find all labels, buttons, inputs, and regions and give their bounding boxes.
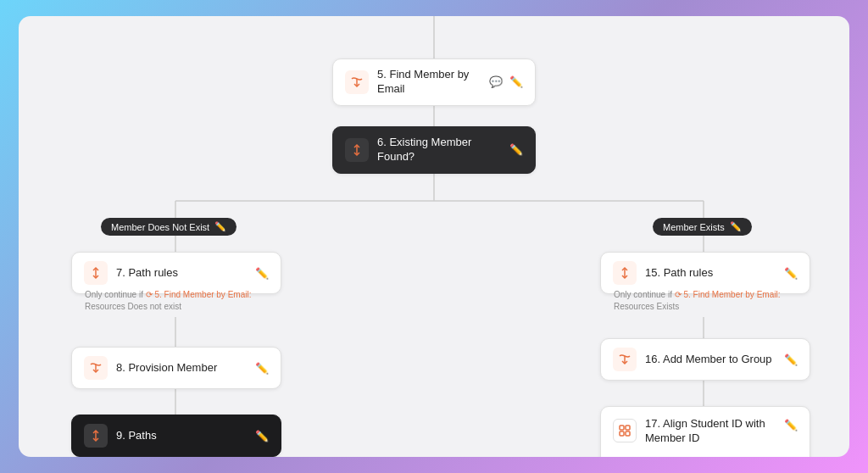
find-member-icon	[345, 70, 369, 94]
edit-icon-dark[interactable]: ✏️	[509, 143, 523, 156]
align-student-node: 17. Align Student ID with Member ID ✏️	[600, 406, 810, 457]
path-rules-7-icon	[84, 261, 108, 285]
edit-align-student[interactable]: ✏️	[784, 419, 798, 431]
find-member-label: 5. Find Member by Email	[377, 68, 481, 97]
align-student-icon	[613, 419, 637, 442]
svg-rect-16	[626, 431, 630, 436]
provision-member-node: 8. Provision Member ✏️	[71, 347, 281, 389]
member-exists-label: Member Exists	[663, 222, 725, 232]
svg-rect-13	[620, 426, 624, 430]
existing-member-actions: ✏️	[509, 143, 523, 156]
find-member-actions: 💬 ✏️	[489, 75, 523, 88]
existing-member-icon	[345, 138, 369, 162]
member-exists-badge: Member Exists ✏️	[653, 218, 752, 236]
edit-path-7[interactable]: ✏️	[255, 267, 269, 280]
edit-add-member[interactable]: ✏️	[784, 353, 798, 366]
edit-icon[interactable]: ✏️	[509, 75, 523, 88]
badge-edit-icon[interactable]: ✏️	[214, 221, 226, 232]
add-member-group-label: 16. Add Member to Group	[645, 353, 776, 367]
path-rules-15-label: 15. Path rules	[645, 266, 776, 281]
path-rules-15-desc: Only continue if ⟳ 5. Find Member by Ema…	[614, 289, 809, 313]
workflow-canvas: 5. Find Member by Email 💬 ✏️ 6. Existing…	[19, 16, 849, 457]
paths-9-icon	[84, 424, 108, 448]
existing-member-node: 6. Existing Member Found? ✏️	[332, 126, 536, 174]
edit-provision[interactable]: ✏️	[255, 362, 269, 375]
badge-edit-icon-2[interactable]: ✏️	[730, 221, 742, 232]
add-member-group-node: 16. Add Member to Group ✏️	[600, 338, 810, 381]
add-member-group-icon	[613, 348, 637, 371]
member-not-exist-badge: Member Does Not Exist ✏️	[101, 218, 236, 236]
path-rules-7-desc: Only continue if ⟳ 5. Find Member by Ema…	[85, 289, 280, 313]
member-not-exist-label: Member Does Not Exist	[111, 222, 209, 232]
paths-9-label: 9. Paths	[116, 429, 247, 443]
provision-member-icon	[84, 356, 108, 380]
paths-9-node: 9. Paths ✏️	[71, 415, 281, 457]
edit-paths-9[interactable]: ✏️	[255, 430, 269, 442]
path-rules-7-node: 7. Path rules ✏️	[71, 252, 281, 294]
path-rules-15-icon	[613, 261, 637, 285]
existing-member-label: 6. Existing Member Found?	[377, 136, 501, 164]
svg-rect-15	[620, 431, 624, 436]
find-member-node: 5. Find Member by Email 💬 ✏️	[332, 58, 536, 106]
path-rules-15-node: 15. Path rules ✏️	[600, 252, 810, 294]
align-student-label: 17. Align Student ID with Member ID	[645, 417, 776, 446]
provision-member-label: 8. Provision Member	[116, 361, 247, 376]
svg-rect-14	[626, 426, 630, 430]
comment-icon[interactable]: 💬	[489, 75, 503, 88]
edit-path-15[interactable]: ✏️	[784, 267, 798, 280]
path-rules-7-label: 7. Path rules	[116, 266, 247, 281]
